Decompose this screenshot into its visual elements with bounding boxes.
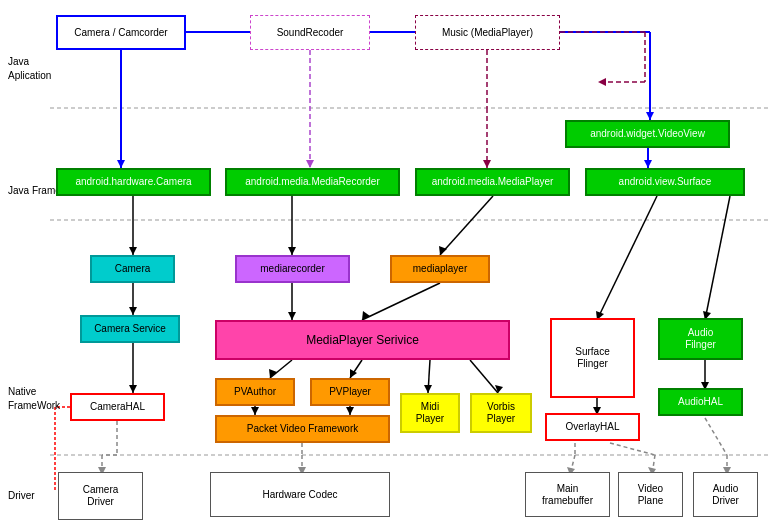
svg-marker-8 (646, 112, 654, 120)
svg-line-68 (705, 196, 730, 320)
camera-box: Camera (90, 255, 175, 283)
mediaplayer-service-box: MediaPlayer Serivice (215, 320, 510, 360)
svg-marker-35 (439, 246, 447, 255)
svg-marker-25 (129, 385, 137, 393)
svg-marker-43 (424, 385, 432, 393)
android-media-mediarecorder-box: android.media.MediaRecorder (225, 168, 400, 196)
svg-marker-21 (129, 247, 137, 255)
camera-service-box: Camera Service (80, 315, 180, 343)
hardware-codec-box: Hardware Codec (210, 472, 390, 517)
audio-hal-box: AudioHAL (658, 388, 743, 416)
svg-line-44 (470, 360, 498, 393)
mediaplayer-box: mediaplayer (390, 255, 490, 283)
svg-marker-41 (350, 369, 357, 378)
svg-line-60 (610, 443, 655, 455)
android-widget-videoview-box: android.widget.VideoView (565, 120, 730, 148)
pvplayer-box: PVPlayer (310, 378, 390, 406)
svg-line-34 (440, 196, 493, 255)
native-fw-label: NativeFrameWork (8, 385, 60, 413)
surface-flinger-box: SurfaceFlinger (550, 318, 635, 398)
svg-marker-10 (306, 160, 314, 168)
android-view-surface-box: android.view.Surface (585, 168, 745, 196)
svg-line-38 (270, 360, 292, 378)
music-mediaplayer-box: Music (MediaPlayer) (415, 15, 560, 50)
architecture-diagram: JavaAplication Java FrameWork NativeFram… (0, 0, 770, 528)
camera-hal-box: CameraHAL (70, 393, 165, 421)
driver-label: Driver (8, 490, 35, 501)
android-hardware-camera-box: android.hardware.Camera (56, 168, 211, 196)
vorbis-player-box: VorbisPlayer (470, 393, 532, 433)
svg-line-42 (428, 360, 430, 393)
svg-marker-13 (483, 160, 491, 168)
svg-marker-33 (288, 312, 296, 320)
overlay-hal-box: OverlayHAL (545, 413, 640, 441)
midi-player-box: MidiPlayer (400, 393, 460, 433)
svg-marker-19 (644, 160, 652, 168)
svg-line-40 (350, 360, 362, 378)
svg-marker-4 (117, 160, 125, 168)
svg-line-53 (597, 196, 657, 320)
audio-driver-box: AudioDriver (693, 472, 758, 517)
svg-line-65 (705, 418, 727, 455)
svg-marker-39 (269, 369, 277, 378)
svg-marker-49 (346, 407, 354, 415)
main-framebuffer-box: Mainframebuffer (525, 472, 610, 517)
camera-driver-box: CameraDriver (58, 472, 143, 520)
camera-camcorder-box: Camera / Camcorder (56, 15, 186, 50)
video-plane-box: VideoPlane (618, 472, 683, 517)
audio-filnger-box: AudioFilnger (658, 318, 743, 360)
svg-marker-31 (288, 247, 296, 255)
sound-recorder-box: SoundRecoder (250, 15, 370, 50)
mediarecorder-box: mediarecorder (235, 255, 350, 283)
svg-marker-47 (251, 407, 259, 415)
svg-marker-45 (495, 385, 503, 393)
svg-marker-17 (598, 78, 606, 86)
pvauthor-box: PVAuthor (215, 378, 295, 406)
packet-video-framework-box: Packet Video Framework (215, 415, 390, 443)
svg-line-36 (362, 283, 440, 320)
android-media-mediaplayer-box: android.media.MediaPlayer (415, 168, 570, 196)
java-app-label: JavaAplication (8, 55, 51, 83)
svg-marker-37 (362, 311, 370, 320)
svg-marker-23 (129, 307, 137, 315)
